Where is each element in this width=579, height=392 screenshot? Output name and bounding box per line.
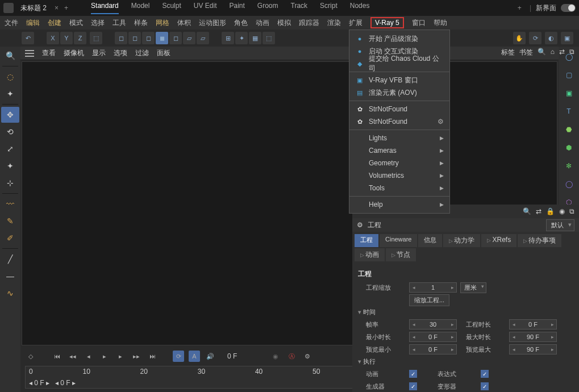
- menu-select[interactable]: 选择: [91, 18, 105, 28]
- layout-standard[interactable]: Standard: [91, 2, 119, 14]
- exec-section[interactable]: 执行: [358, 356, 573, 368]
- vp-filter[interactable]: 过滤: [135, 48, 149, 58]
- vp-camera[interactable]: 摄像机: [64, 48, 84, 58]
- newui-toggle[interactable]: [561, 4, 576, 12]
- play-icon[interactable]: ▸: [99, 351, 110, 362]
- menu-extensions[interactable]: 扩展: [349, 18, 363, 28]
- box-icon[interactable]: ▣: [561, 85, 577, 101]
- menu-create[interactable]: 创建: [48, 18, 61, 28]
- settings-icon[interactable]: ⚙: [302, 351, 313, 362]
- add-layout-icon[interactable]: +: [514, 4, 525, 12]
- layout-groom[interactable]: Groom: [257, 2, 278, 14]
- vp-panel[interactable]: 面板: [157, 48, 170, 58]
- menu-render[interactable]: 渲染: [327, 18, 341, 28]
- text-icon[interactable]: T: [561, 103, 577, 119]
- new-tab-icon[interactable]: +: [61, 4, 72, 12]
- preset-combo[interactable]: 默认: [546, 219, 574, 231]
- doc-tab[interactable]: 未标题 2: [16, 1, 51, 15]
- layout-paint[interactable]: Paint: [229, 2, 244, 14]
- prev-key-icon[interactable]: ◂◂: [67, 351, 78, 362]
- curve-tool[interactable]: ∿: [1, 285, 19, 301]
- gear-tool[interactable]: ✦: [1, 86, 19, 102]
- menu-window[interactable]: 窗口: [412, 18, 426, 28]
- vray-menu-item[interactable]: Cameras▶: [349, 144, 449, 157]
- lock-icon[interactable]: 🔒: [546, 207, 555, 215]
- vray-menu-item[interactable]: Lights▶: [349, 132, 449, 144]
- record-icon[interactable]: ◉: [270, 351, 281, 362]
- sync-icon[interactable]: ⇄: [536, 207, 541, 215]
- history-icon[interactable]: ⟳: [529, 32, 541, 44]
- line-tool[interactable]: —: [1, 268, 19, 284]
- layout-script[interactable]: Script: [320, 2, 338, 14]
- cube-icon[interactable]: ◻: [115, 32, 127, 44]
- move-tool[interactable]: ✥: [1, 107, 19, 123]
- opt-icon[interactable]: ◐: [545, 32, 557, 44]
- menu-simulate[interactable]: 模拟: [277, 18, 291, 28]
- cube2-icon[interactable]: ◻: [128, 32, 141, 44]
- sync-icon[interactable]: ⇄: [559, 48, 565, 57]
- tab-tags[interactable]: 标签: [501, 48, 515, 57]
- vp-view[interactable]: 查看: [42, 48, 56, 58]
- menu-help[interactable]: 帮助: [434, 18, 447, 28]
- hamburger-icon[interactable]: [25, 50, 34, 57]
- menu-spline[interactable]: 样条: [134, 18, 148, 28]
- next-frame-icon[interactable]: ▸: [115, 351, 126, 362]
- menu-mesh[interactable]: 网格: [156, 18, 169, 28]
- menu-tools[interactable]: 工具: [113, 18, 126, 28]
- select-tool[interactable]: ◌: [1, 69, 19, 85]
- vray-menu-item[interactable]: ▤渲染元素 (AOV): [349, 86, 449, 99]
- tab-project[interactable]: 工程: [355, 234, 378, 247]
- current-frame[interactable]: 0 F: [220, 351, 244, 361]
- scale-unit[interactable]: 厘米: [460, 282, 486, 293]
- cube3-icon[interactable]: ◻: [142, 32, 155, 44]
- time-section[interactable]: 时间: [358, 306, 573, 318]
- vray-menu-item[interactable]: ✿StrNotFound⚙: [349, 115, 449, 128]
- sound-icon[interactable]: 🔊: [205, 351, 216, 362]
- anim-check[interactable]: ✓: [409, 370, 417, 378]
- popout-icon[interactable]: ⧉: [569, 207, 574, 215]
- sketch-tool[interactable]: ✐: [1, 230, 19, 246]
- scale-project-button[interactable]: 缩放工程...: [409, 294, 449, 306]
- menu-tracker[interactable]: 跟踪器: [299, 18, 319, 28]
- field-icon[interactable]: ◯: [561, 176, 577, 192]
- expr-check[interactable]: ✓: [481, 370, 489, 378]
- vray-menu-item[interactable]: ▣V-Ray VFB 窗口: [349, 74, 449, 86]
- cluster-icon[interactable]: ⬣: [561, 122, 577, 137]
- grid-icon[interactable]: ▦: [249, 32, 261, 44]
- brush-tool[interactable]: ╱: [1, 251, 19, 267]
- layout-model[interactable]: Model: [131, 2, 150, 14]
- snap-icon[interactable]: ⊞: [222, 32, 234, 44]
- gen-check[interactable]: ✓: [409, 382, 417, 390]
- loop-icon[interactable]: ⟳: [173, 351, 184, 362]
- tab-bookmarks[interactable]: 书签: [519, 48, 533, 57]
- axis-z-icon[interactable]: Z: [74, 32, 86, 44]
- scale-input[interactable]: ◂1▸: [409, 282, 457, 293]
- snap3-icon[interactable]: ⬚: [263, 32, 275, 44]
- axis-x-icon[interactable]: X: [47, 32, 59, 44]
- snap2-icon[interactable]: ✦: [235, 32, 248, 44]
- layout-uvedit[interactable]: UV Edit: [194, 2, 217, 14]
- cube4-icon[interactable]: ◼: [156, 32, 168, 44]
- close-tab-icon[interactable]: ×: [55, 4, 59, 12]
- menu-animate[interactable]: 动画: [256, 18, 269, 28]
- undo-icon[interactable]: ↶: [22, 32, 34, 44]
- projlen-input[interactable]: ◂0 F▸: [509, 319, 557, 330]
- tab-nodes[interactable]: ▷节点: [386, 248, 416, 261]
- hand-icon[interactable]: ✋: [513, 32, 526, 44]
- layout-icon[interactable]: ▣: [561, 32, 573, 44]
- search-icon[interactable]: 🔍: [523, 207, 531, 215]
- plane-icon[interactable]: ▱: [183, 32, 195, 44]
- rotate-tool[interactable]: ⟲: [1, 124, 19, 140]
- menu-volume[interactable]: 体积: [177, 18, 191, 28]
- vray-menu-item[interactable]: ✿StrNotFound: [349, 103, 449, 115]
- deform-check[interactable]: ✓: [481, 382, 489, 390]
- pen-tool[interactable]: ✎: [1, 213, 19, 229]
- vray-menu-item[interactable]: ◆提交给 Chaos Cloud 公司: [349, 57, 449, 70]
- layout-sculpt[interactable]: Sculpt: [162, 2, 181, 14]
- vray-menu-item[interactable]: Help▶: [349, 198, 449, 211]
- rect-icon[interactable]: ▢: [561, 67, 577, 83]
- autokey-icon[interactable]: A: [189, 351, 200, 362]
- menu-mograph[interactable]: 运动图形: [199, 18, 226, 28]
- transform-tool[interactable]: ✦: [1, 158, 19, 174]
- effector-icon[interactable]: ✻: [561, 158, 577, 174]
